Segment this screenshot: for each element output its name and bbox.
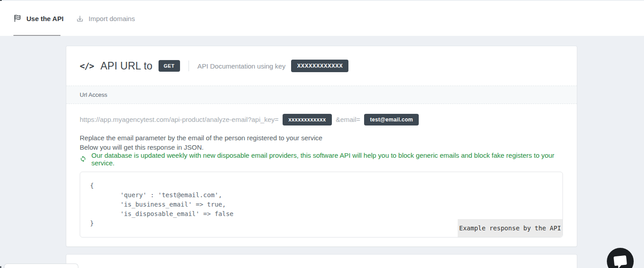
chat-widget-button[interactable] xyxy=(607,248,634,268)
api-card-header: </> API URL to GET API Documentation usi… xyxy=(66,46,577,86)
email-param-label: &email= xyxy=(336,116,361,123)
instructions: Replace the email parameter by the email… xyxy=(66,133,577,152)
header-divider xyxy=(189,61,189,71)
url-access-bar: Url Access xyxy=(66,86,577,104)
instruction-line-2: Below you will get this response in JSON… xyxy=(80,143,563,152)
doc-label: API Documentation using key xyxy=(197,62,286,70)
code-example-block: { 'query' : 'test@email.com', 'is_busine… xyxy=(80,172,563,238)
code-icon: </> xyxy=(80,61,94,71)
edge-artifact xyxy=(0,266,1,268)
page: Use the API Import domains </> API URL t… xyxy=(0,0,644,268)
code-caption: Example response by the API xyxy=(458,219,562,237)
download-icon xyxy=(76,15,84,22)
url-access-label: Url Access xyxy=(80,91,107,98)
api-url-text: https://app.myagencytest.com/api-product… xyxy=(80,116,279,123)
update-notice: Our database is updated weekly with new … xyxy=(66,154,577,164)
tab-use-the-api[interactable]: Use the API xyxy=(13,14,64,22)
api-key-badge: XXXXXXXXXXXX xyxy=(291,60,348,72)
instruction-line-1: Replace the email parameter by the email… xyxy=(80,133,563,143)
notice-text: Our database is updated weekly with new … xyxy=(91,151,563,167)
api-url-row: https://app.myagencytest.com/api-product… xyxy=(66,113,577,125)
next-card-partial xyxy=(66,255,577,268)
method-badge: GET xyxy=(159,60,180,72)
refresh-icon xyxy=(80,156,86,162)
tab-label-import-domains: Import domains xyxy=(89,15,135,22)
api-card: </> API URL to GET API Documentation usi… xyxy=(66,46,577,246)
card-title: API URL to xyxy=(100,60,152,72)
api-key-value-badge: xxxxxxxxxxxx xyxy=(283,114,332,125)
active-tab-underline xyxy=(13,35,60,36)
flag-icon xyxy=(13,14,21,22)
tabs: Use the API Import domains xyxy=(0,1,644,36)
tab-bar: Use the API Import domains xyxy=(0,1,644,36)
tooltip-stub xyxy=(4,264,78,268)
tab-label-use-the-api: Use the API xyxy=(26,15,64,22)
email-value-badge: test@email.com xyxy=(364,114,419,125)
chat-bubble-icon xyxy=(614,255,627,266)
tab-import-domains[interactable]: Import domains xyxy=(76,15,135,22)
